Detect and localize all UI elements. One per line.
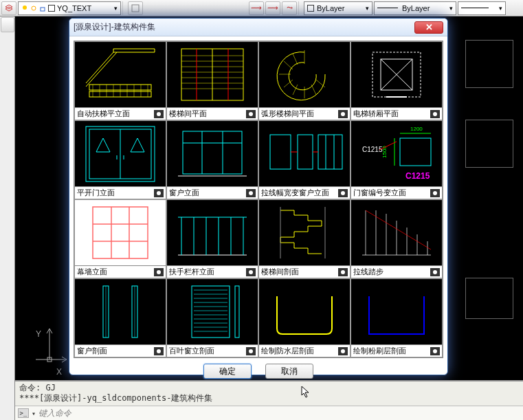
lock-icon <box>39 5 46 12</box>
cell-label: 拉线幅宽变窗户立面 <box>261 188 329 198</box>
svg-point-109 <box>433 270 437 274</box>
svg-line-9 <box>86 52 113 83</box>
close-icon: ✕ <box>425 22 433 32</box>
cell-label: 弧形楼梯间平面 <box>261 109 314 119</box>
svg-rect-82 <box>93 207 148 258</box>
sun-icon <box>30 5 37 12</box>
svg-line-39 <box>284 80 293 87</box>
cell-label: 电梯轿厢平面 <box>353 109 399 119</box>
tag-icon <box>430 268 440 276</box>
thumb-curtainwall[interactable]: 幕墙立面 <box>74 199 166 278</box>
tag-icon <box>246 110 256 118</box>
tag-icon <box>246 268 256 276</box>
thumb-varwindow[interactable]: 拉线幅宽变窗户立面 <box>258 120 350 199</box>
svg-rect-65 <box>270 135 291 169</box>
tag-icon <box>246 347 256 355</box>
unisolate-button[interactable]: ⤳ <box>282 1 297 15</box>
cell-label: 拉线踏步 <box>353 267 383 277</box>
lineweight-dropdown[interactable]: ▾ <box>458 1 506 15</box>
thumb-elevator[interactable]: 电梯轿厢平面 <box>350 41 443 120</box>
separator <box>122 1 126 15</box>
separator <box>298 1 302 15</box>
svg-point-64 <box>249 191 253 195</box>
thumb-arcstair[interactable]: 弧形楼梯间平面 <box>258 41 350 120</box>
cancel-button[interactable]: 取消 <box>265 364 313 379</box>
svg-rect-66 <box>298 135 313 169</box>
color-dropdown[interactable]: ByLayer ▾ <box>304 1 372 15</box>
isolate-button[interactable]: ⟿ <box>265 1 280 15</box>
component-dialog: [源泉设计]-建筑构件集 ✕ 自动扶梯平立面 楼梯间平面 弧形楼梯间平面 电梯轿… <box>69 18 448 375</box>
line-sample-icon <box>377 8 398 8</box>
dialog-title-text: [源泉设计]-建筑构件集 <box>74 21 155 33</box>
thumb-window[interactable]: 窗户立面 <box>166 120 258 199</box>
svg-point-81 <box>433 191 437 195</box>
close-button[interactable]: ✕ <box>414 21 443 34</box>
thumb-louver[interactable]: 百叶窗立剖面 <box>166 278 258 357</box>
cell-label: 幕墙立面 <box>77 267 107 277</box>
svg-point-99 <box>341 270 345 274</box>
tag-icon <box>154 268 164 276</box>
svg-point-96 <box>249 270 253 274</box>
cell-label: 门窗编号变立面 <box>353 188 406 198</box>
svg-point-130 <box>433 349 437 353</box>
linetype-dropdown[interactable]: ByLayer ▾ <box>374 1 456 15</box>
color-swatch-icon <box>307 5 314 12</box>
match-button[interactable]: ⟿ <box>249 1 264 15</box>
cell-label: 百叶窗立剖面 <box>169 346 214 356</box>
top-toolbar: YQ_TEXT ▾ ⟿ ⟿ ⤳ ByLayer ▾ ByLayer ▾ ▾ <box>0 0 523 16</box>
svg-rect-4 <box>41 8 45 11</box>
layerstate-button[interactable] <box>128 1 143 15</box>
svg-rect-127 <box>235 286 239 338</box>
command-input-row[interactable]: >_ ▾ 键入命令 <box>15 406 523 420</box>
ok-button[interactable]: 确定 <box>203 364 252 379</box>
layers-button[interactable] <box>1 1 16 15</box>
chevron-down-icon: ▾ <box>366 5 369 12</box>
tag-icon <box>338 268 348 276</box>
left-toolbar <box>0 16 15 420</box>
svg-rect-59 <box>183 131 242 174</box>
thumb-escalator[interactable]: 自动扶梯平立面 <box>74 41 166 120</box>
cell-label: 平开门立面 <box>77 188 115 198</box>
tag-icon <box>430 189 440 197</box>
cell-label: 楼梯间平面 <box>169 109 207 119</box>
thumb-plaster[interactable]: 绘制粉刷层剖面 <box>350 278 443 357</box>
left-tool-1[interactable] <box>1 17 14 32</box>
tag-icon <box>430 347 440 355</box>
cell-label: 绘制防水层剖面 <box>261 346 314 356</box>
ucs-x-label: X <box>56 367 62 377</box>
bg-rect-3 <box>465 278 513 319</box>
layer-dropdown[interactable]: YQ_TEXT ▾ <box>18 1 121 15</box>
dialog-titlebar[interactable]: [源泉设计]-建筑构件集 ✕ <box>69 19 447 36</box>
thumb-linestep[interactable]: 拉线踏步 <box>350 199 443 278</box>
svg-point-58 <box>157 191 161 195</box>
svg-point-44 <box>341 112 345 116</box>
command-log[interactable]: 命令: GJ ****[源泉设计]-yq_sldcomponents-建筑构件集 <box>15 382 523 406</box>
svg-line-37 <box>284 61 293 69</box>
thumb-stairplan[interactable]: 楼梯间平面 <box>166 41 258 120</box>
thumb-stairsection[interactable]: 楼梯间剖面 <box>258 199 350 278</box>
thumb-door[interactable]: 平开门立面 <box>74 120 166 199</box>
linetype-text: ByLayer <box>402 4 430 12</box>
svg-point-129 <box>341 349 345 353</box>
bg-rect-1 <box>465 40 513 88</box>
tag-icon <box>246 189 256 197</box>
command-area: 命令: GJ ****[源泉设计]-yq_sldcomponents-建筑构件集… <box>15 380 523 420</box>
cell-label: 绘制粉刷层剖面 <box>353 346 406 356</box>
svg-rect-5 <box>132 5 139 12</box>
tag-icon <box>338 189 348 197</box>
svg-point-128 <box>249 349 253 353</box>
svg-point-2 <box>23 5 27 10</box>
svg-point-72 <box>341 191 345 195</box>
thumbnail-grid: 自动扶梯平立面 楼梯间平面 弧形楼梯间平面 电梯轿厢平面 平开门立面 <box>74 41 443 358</box>
thumb-waterproof[interactable]: 绘制防水层剖面 <box>258 278 350 357</box>
tag-icon <box>338 110 348 118</box>
tag-icon <box>154 189 164 197</box>
thumb-winsection[interactable]: 窗户剖面 <box>74 278 166 357</box>
thumb-winnum[interactable]: 12001500C1215C1215 门窗编号变立面 <box>350 120 443 199</box>
command-line-2: ****[源泉设计]-yq_sldcomponents-建筑构件集 <box>19 393 519 404</box>
tag-icon <box>154 347 164 355</box>
thumb-railing[interactable]: 扶手栏杆立面 <box>166 199 258 278</box>
svg-marker-55 <box>131 138 144 152</box>
cell-label: 自动扶梯平立面 <box>77 109 130 119</box>
chevron-down-icon: ▾ <box>449 5 453 12</box>
